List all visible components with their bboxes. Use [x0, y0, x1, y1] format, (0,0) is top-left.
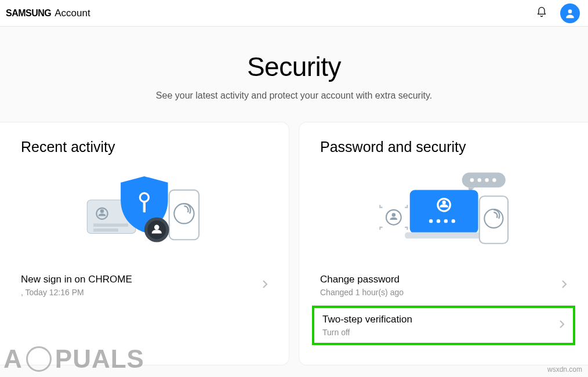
brand[interactable]: SAMSUNG Account	[6, 8, 90, 19]
svg-rect-4	[93, 223, 128, 226]
svg-point-24	[437, 219, 440, 223]
recent-activity-title: Recent activity	[0, 139, 289, 155]
svg-point-16	[478, 178, 481, 182]
svg-point-18	[493, 178, 496, 182]
page-header: Security See your latest activity and pr…	[0, 51, 588, 101]
change-password-row[interactable]: Change password Changed 1 hour(s) ago	[299, 266, 588, 305]
svg-rect-7	[143, 201, 146, 212]
svg-point-26	[452, 219, 455, 223]
svg-rect-13	[462, 173, 506, 188]
chevron-right-icon	[262, 280, 268, 291]
cards-row: Recent activity	[0, 122, 588, 365]
recent-signin-label: New sign in on CHROME	[21, 274, 132, 285]
two-step-sub: Turn off	[322, 328, 412, 337]
recent-activity-card: Recent activity	[0, 122, 289, 365]
svg-point-28	[392, 213, 395, 216]
notifications-icon[interactable]	[536, 6, 547, 20]
app-header: SAMSUNG Account	[0, 0, 588, 27]
password-security-list: Change password Changed 1 hour(s) ago Tw…	[299, 266, 588, 345]
change-password-label: Change password	[320, 274, 404, 285]
svg-rect-5	[93, 229, 118, 231]
header-actions	[536, 3, 580, 23]
recent-activity-list: New sign in on CHROME , Today 12:16 PM	[0, 266, 289, 305]
brand-logo: SAMSUNG	[6, 8, 51, 19]
svg-point-25	[444, 219, 448, 223]
svg-point-17	[485, 178, 489, 182]
svg-rect-20	[405, 232, 484, 238]
svg-point-22	[442, 201, 446, 204]
two-step-highlight: Two-step verification Turn off	[312, 306, 575, 345]
profile-avatar[interactable]	[560, 3, 580, 23]
recent-activity-illustration	[0, 165, 289, 258]
svg-point-3	[100, 209, 104, 213]
recent-signin-time: , Today 12:16 PM	[21, 288, 132, 297]
password-security-card: Password and security	[299, 122, 588, 365]
page-title: Security	[0, 51, 588, 82]
svg-rect-29	[480, 196, 508, 243]
svg-point-23	[429, 219, 433, 223]
password-security-title: Password and security	[299, 139, 588, 155]
change-password-sub: Changed 1 hour(s) ago	[320, 288, 404, 297]
two-step-label: Two-step verification	[322, 314, 412, 325]
brand-text: Account	[55, 8, 90, 19]
svg-point-0	[568, 9, 572, 13]
recent-signin-row[interactable]: New sign in on CHROME , Today 12:16 PM	[0, 266, 289, 305]
chevron-right-icon	[561, 280, 567, 291]
page-subtitle: See your latest activity and protect you…	[0, 90, 588, 101]
password-security-illustration	[299, 165, 588, 258]
svg-point-15	[470, 178, 474, 182]
two-step-verification-row[interactable]: Two-step verification Turn off	[314, 308, 573, 343]
chevron-right-icon	[559, 320, 565, 331]
svg-point-12	[154, 225, 159, 230]
watermark-source: wsxdn.com	[547, 365, 582, 374]
